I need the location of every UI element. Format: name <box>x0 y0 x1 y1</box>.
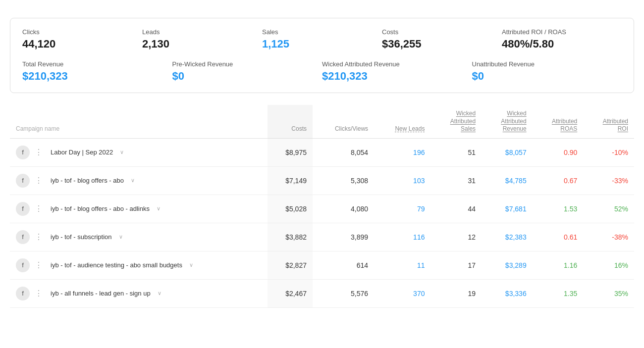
table-row: f⋮iyb - tof - blog offers - abo - adlink… <box>10 195 634 223</box>
stat-label: Clicks <box>22 28 142 36</box>
campaign-cell: f⋮iyb - tof - audience testing - abo sma… <box>10 251 268 279</box>
expand-icon[interactable]: ∨ <box>119 234 123 240</box>
stat-label: Costs <box>382 28 502 36</box>
table-col-wicked_sales[interactable]: WickedAttributedSales <box>430 105 482 138</box>
stat-label: Sales <box>262 28 382 36</box>
wicked-sales-cell: 44 <box>430 195 482 223</box>
campaign-cell: f⋮iyb - all funnels - lead gen - sign up… <box>10 279 268 307</box>
new-leads-cell: 370 <box>374 279 430 307</box>
attributed-roas-cell: 1.16 <box>533 251 584 279</box>
attributed-roas-cell: 0.67 <box>533 166 584 195</box>
wicked-revenue-cell: $3,336 <box>482 279 533 307</box>
expand-icon[interactable]: ∨ <box>120 149 124 155</box>
costs-cell: $8,975 <box>268 138 313 166</box>
table-row: f⋮iyb - tof - audience testing - abo sma… <box>10 251 634 279</box>
attributed-roas-cell: 1.35 <box>533 279 584 307</box>
attributed-roi-cell: -38% <box>583 223 634 251</box>
facebook-icon: f <box>16 202 30 216</box>
stat-item: Unattributed Revenue$0 <box>472 60 622 83</box>
more-options-icon[interactable]: ⋮ <box>35 232 43 242</box>
facebook-icon: f <box>16 146 30 159</box>
stat-item: Costs$36,255 <box>382 28 502 50</box>
clicks-cell: 5,308 <box>313 166 374 195</box>
wicked-revenue-cell: $2,383 <box>482 223 533 251</box>
attributed-roas-cell: 1.53 <box>533 195 584 223</box>
stat-item: Wicked Attributed Revenue$210,323 <box>322 60 472 83</box>
stat-label: Wicked Attributed Revenue <box>322 60 472 68</box>
table-col-campaign: Campaign name <box>10 105 268 138</box>
stat-item: Clicks44,120 <box>22 28 142 50</box>
campaign-name: iyb - tof - subscription <box>51 233 112 241</box>
clicks-cell: 3,899 <box>313 223 374 251</box>
wicked-revenue-cell: $3,289 <box>482 251 533 279</box>
more-options-icon[interactable]: ⋮ <box>35 289 43 298</box>
new-leads-cell: 116 <box>374 223 430 251</box>
stats-card: Clicks44,120Leads2,130Sales1,125Costs$36… <box>10 18 634 93</box>
campaigns-table-section: Campaign nameCostsClicks/ViewsNew LeadsW… <box>10 105 634 308</box>
table-header: Campaign nameCostsClicks/ViewsNew LeadsW… <box>10 105 634 138</box>
stat-item: Attributed ROI / ROAS480%/5.80 <box>502 28 622 50</box>
expand-icon[interactable]: ∨ <box>189 262 193 268</box>
stat-label: Attributed ROI / ROAS <box>502 28 622 36</box>
wicked-sales-cell: 51 <box>430 138 482 166</box>
wicked-revenue-cell: $7,681 <box>482 195 533 223</box>
wicked-sales-cell: 19 <box>430 279 482 307</box>
attributed-roi-cell: -33% <box>583 166 634 195</box>
stat-value: $210,323 <box>322 70 472 83</box>
stat-value: $36,255 <box>382 38 502 50</box>
campaign-cell: f⋮iyb - tof - blog offers - abo ∨ <box>10 166 268 195</box>
clicks-cell: 4,080 <box>313 195 374 223</box>
stat-value: $210,323 <box>22 70 172 83</box>
new-leads-cell: 79 <box>374 195 430 223</box>
more-options-icon[interactable]: ⋮ <box>35 148 43 157</box>
clicks-cell: 8,054 <box>313 138 374 166</box>
table-row: f⋮iyb - all funnels - lead gen - sign up… <box>10 279 634 307</box>
attributed-roi-cell: 52% <box>583 195 634 223</box>
expand-icon[interactable]: ∨ <box>131 177 135 184</box>
costs-cell: $3,882 <box>268 223 313 251</box>
table-col-attributed_roas[interactable]: AttributedROAS <box>533 105 584 138</box>
stat-label: Total Revenue <box>22 60 172 68</box>
attributed-roas-cell: 0.90 <box>533 138 584 166</box>
table-row: f⋮Labor Day | Sep 2022 ∨$8,9758,05419651… <box>10 138 634 166</box>
more-options-icon[interactable]: ⋮ <box>35 260 43 270</box>
table-col-clicks[interactable]: Clicks/Views <box>313 105 374 138</box>
campaign-name: Labor Day | Sep 2022 <box>51 149 113 156</box>
facebook-icon: f <box>16 230 30 244</box>
table-col-wicked_revenue[interactable]: WickedAttributedRevenue <box>482 105 533 138</box>
clicks-cell: 5,576 <box>313 279 374 307</box>
attributed-roi-cell: 35% <box>583 279 634 307</box>
stat-value: 480%/5.80 <box>502 38 622 50</box>
stat-item: Total Revenue$210,323 <box>22 60 172 83</box>
stats-row-1: Clicks44,120Leads2,130Sales1,125Costs$36… <box>22 28 622 50</box>
wicked-sales-cell: 12 <box>430 223 482 251</box>
stat-value: $0 <box>172 70 322 83</box>
costs-cell: $5,028 <box>268 195 313 223</box>
expand-icon[interactable]: ∨ <box>158 290 161 297</box>
more-options-icon[interactable]: ⋮ <box>35 204 43 213</box>
attributed-roi-cell: -10% <box>583 138 634 166</box>
wicked-sales-cell: 17 <box>430 251 482 279</box>
stat-label: Pre-Wicked Revenue <box>172 60 322 68</box>
table-col-costs[interactable]: Costs <box>268 105 313 138</box>
table-col-new_leads[interactable]: New Leads <box>374 105 430 138</box>
more-options-icon[interactable]: ⋮ <box>35 176 43 185</box>
campaign-name: iyb - all funnels - lead gen - sign up <box>51 290 151 297</box>
campaign-cell: f⋮iyb - tof - subscription ∨ <box>10 223 268 251</box>
table-col-attributed_roi[interactable]: AttributedROI <box>583 105 634 138</box>
new-leads-cell: 103 <box>374 166 430 195</box>
clicks-cell: 614 <box>313 251 374 279</box>
costs-cell: $7,149 <box>268 166 313 195</box>
campaign-cell: f⋮Labor Day | Sep 2022 ∨ <box>10 138 268 166</box>
new-leads-cell: 196 <box>374 138 430 166</box>
stat-value: 44,120 <box>22 38 142 50</box>
wicked-revenue-cell: $8,057 <box>482 138 533 166</box>
stat-value: 1,125 <box>262 38 382 50</box>
facebook-icon: f <box>16 287 30 300</box>
costs-cell: $2,827 <box>268 251 313 279</box>
table-row: f⋮iyb - tof - blog offers - abo ∨$7,1495… <box>10 166 634 195</box>
expand-icon[interactable]: ∨ <box>157 205 161 212</box>
stat-label: Unattributed Revenue <box>472 60 622 68</box>
stat-item: Leads2,130 <box>142 28 262 50</box>
campaigns-table: Campaign nameCostsClicks/ViewsNew LeadsW… <box>10 105 634 308</box>
